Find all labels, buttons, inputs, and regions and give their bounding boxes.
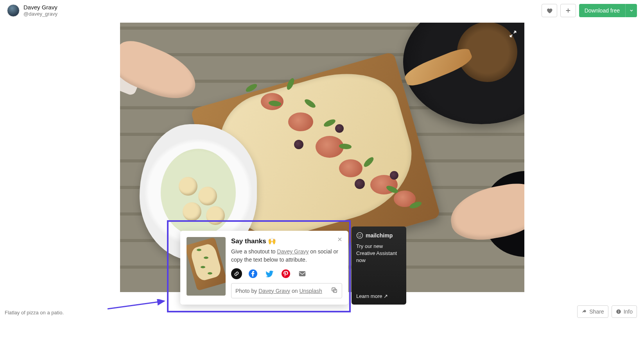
attrib-middle: on [290,288,299,294]
attribution-text: Photo by Davey Gravy on Unsplash [235,288,322,294]
download-button[interactable]: Download free [579,4,625,17]
share-icon [581,309,587,314]
photo-topping [335,124,344,133]
promo-logo: mailchimp [356,232,402,239]
svg-point-6 [359,234,359,235]
promo-cta[interactable]: Learn more ↗ [356,293,402,299]
close-button[interactable] [337,236,343,244]
photo-topping [339,159,362,177]
photo-plate-sauce [161,149,236,236]
avatar[interactable] [7,4,20,17]
photo-scallop [206,206,225,225]
info-button[interactable]: Info [612,305,637,318]
mail-icon [298,269,307,278]
info-label: Info [624,308,633,315]
expand-icon [509,30,517,38]
promo-card[interactable]: mailchimp Try our new Creative Assistant… [352,226,406,305]
download-group: Download free [579,4,637,17]
pinterest-icon [281,269,291,278]
close-icon [337,236,343,242]
share-label: Share [589,308,604,315]
svg-rect-2 [299,271,306,276]
photo-topping [294,140,303,149]
promo-text: Try our new Creative Assistant now [356,243,402,293]
like-button[interactable] [542,4,557,17]
author-block[interactable]: Davey Gravy @davey_gravy [7,4,57,17]
svg-point-11 [618,310,619,311]
facebook-icon [248,269,258,278]
say-thanks-popup: Say thanks 🙌 Give a shoutout to Davey Gr… [180,231,348,305]
header-bar: Davey Gravy @davey_gravy Download free [0,0,644,23]
expand-button[interactable] [509,30,517,40]
add-to-collection-button[interactable] [560,4,576,17]
download-caret-button[interactable] [625,4,637,17]
photo-scallop [183,202,201,221]
photo-scallop [198,187,217,205]
popup-description: Give a shoutout to Davey Gravy on social… [231,248,342,264]
popup-desc-prefix: Give a shoutout to [231,248,277,255]
author-name[interactable]: Davey Gravy [23,4,57,11]
share-pinterest-button[interactable] [280,268,291,279]
copy-icon [331,287,338,294]
info-icon [616,309,621,314]
chevron-down-icon [629,8,634,13]
annotation-arrow [106,299,168,311]
mailchimp-icon [356,232,363,239]
svg-rect-10 [618,311,619,313]
copy-attribution-button[interactable] [331,287,338,295]
photo-topping [390,171,398,180]
attribution-box: Photo by Davey Gravy on Unsplash [231,283,342,298]
author-handle[interactable]: @davey_gravy [23,11,57,17]
plus-icon [565,7,572,14]
link-icon [234,271,239,276]
share-button[interactable]: Share [577,305,608,318]
svg-point-1 [282,269,290,278]
photo-scallop [179,177,197,196]
svg-point-5 [357,233,363,239]
popup-thumbnail [187,237,226,296]
copy-link-button[interactable] [231,268,242,279]
heart-icon [546,7,553,14]
bottom-actions: Share Info [577,305,637,318]
share-facebook-button[interactable] [248,268,258,279]
svg-point-7 [360,234,361,235]
twitter-icon [265,269,274,278]
promo-brand: mailchimp [366,232,393,239]
share-email-button[interactable] [297,268,308,279]
popup-title: Say thanks 🙌 [231,237,342,245]
photo-topping [288,112,313,131]
author-text: Davey Gravy @davey_gravy [23,4,57,17]
share-icons-row [231,268,342,279]
attrib-site-link[interactable]: Unsplash [299,288,322,294]
attrib-prefix: Photo by [235,288,258,294]
photo-caption: Flatlay of pizza on a patio. [5,310,64,316]
attrib-author-link[interactable]: Davey Gravy [258,288,290,294]
photo-topping [355,179,365,189]
header-actions: Download free [542,4,637,17]
share-twitter-button[interactable] [264,268,275,279]
svg-line-8 [108,301,164,309]
popup-author-link[interactable]: Davey Gravy [277,248,309,255]
